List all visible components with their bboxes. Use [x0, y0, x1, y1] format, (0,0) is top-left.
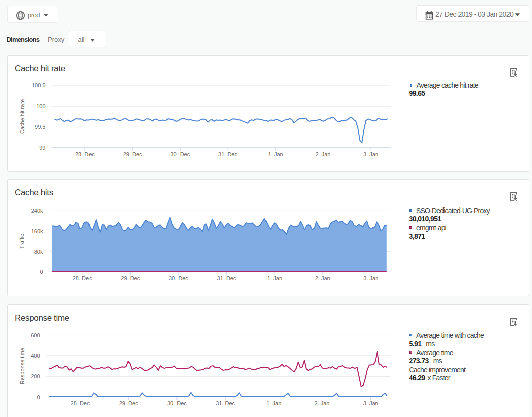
svg-text:28. Dec: 28. Dec	[75, 151, 94, 157]
svg-text:31. Dec: 31. Dec	[218, 151, 237, 157]
svg-text:2. Jan: 2. Jan	[315, 151, 330, 157]
svg-text:28. Dec: 28. Dec	[72, 275, 92, 281]
svg-text:31. Dec: 31. Dec	[217, 275, 236, 281]
svg-text:30. Dec: 30. Dec	[167, 400, 186, 406]
svg-text:30. Dec: 30. Dec	[168, 275, 188, 281]
svg-text:30. Dec: 30. Dec	[170, 151, 190, 157]
svg-text:240k: 240k	[31, 207, 43, 214]
svg-text:Cache hit rate: Cache hit rate	[19, 99, 25, 133]
svg-text:200: 200	[31, 373, 40, 379]
svg-text:1. Jan: 1. Jan	[266, 400, 281, 406]
svg-text:80k: 80k	[34, 249, 43, 255]
svg-text:2. Jan: 2. Jan	[314, 400, 329, 406]
svg-text:29. Dec: 29. Dec	[119, 400, 138, 406]
svg-text:Traffic: Traffic	[19, 234, 25, 249]
svg-text:Response time: Response time	[19, 348, 25, 384]
svg-text:99.5: 99.5	[35, 124, 45, 130]
svg-text:3. Jan: 3. Jan	[363, 151, 378, 157]
svg-text:0: 0	[40, 269, 43, 275]
svg-text:0: 0	[37, 394, 40, 400]
svg-text:400: 400	[31, 353, 40, 359]
svg-text:160k: 160k	[31, 228, 43, 234]
svg-text:1. Jan: 1. Jan	[267, 275, 282, 281]
svg-text:99: 99	[39, 144, 45, 150]
svg-text:2. Jan: 2. Jan	[315, 275, 330, 281]
svg-text:3. Jan: 3. Jan	[363, 400, 378, 406]
svg-text:29. Dec: 29. Dec	[121, 275, 140, 281]
svg-text:29. Dec: 29. Dec	[123, 151, 142, 157]
svg-text:100.5: 100.5	[31, 82, 45, 88]
svg-text:28. Dec: 28. Dec	[70, 400, 90, 406]
svg-text:600: 600	[31, 332, 40, 338]
svg-text:3. Jan: 3. Jan	[363, 275, 378, 281]
svg-text:1. Jan: 1. Jan	[268, 151, 283, 157]
svg-text:31. Dec: 31. Dec	[216, 400, 235, 406]
svg-text:100: 100	[36, 103, 45, 109]
